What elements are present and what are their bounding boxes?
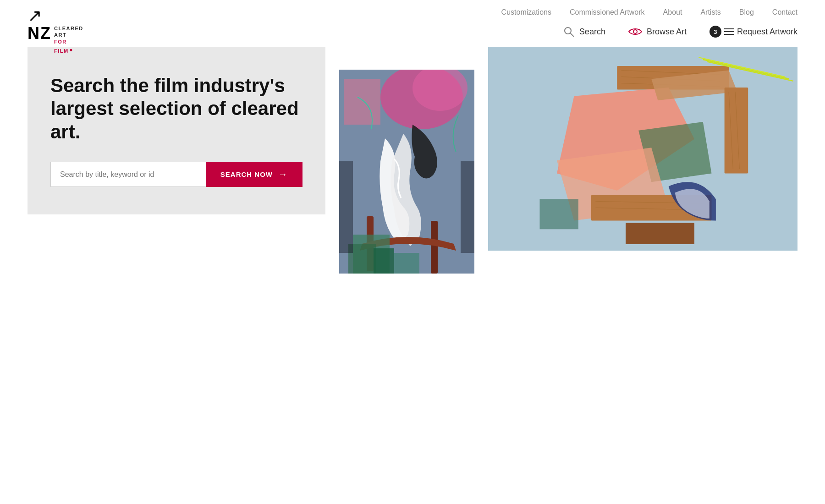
nav-artists[interactable]: Artists	[700, 8, 720, 16]
svg-rect-16	[394, 253, 419, 274]
svg-point-0	[565, 27, 571, 34]
svg-rect-14	[344, 79, 380, 125]
search-label: Search	[579, 27, 605, 37]
svg-rect-30	[725, 88, 748, 174]
svg-point-2	[633, 30, 637, 33]
logo-nz: NZ	[28, 25, 51, 42]
top-nav: Customizations Commissioned Artwork Abou…	[28, 0, 798, 21]
request-artwork-nav-item[interactable]: 3 Request Artwork	[710, 26, 798, 38]
nav-contact[interactable]: Contact	[772, 8, 798, 16]
painting-canvas	[339, 70, 474, 274]
svg-line-1	[570, 33, 574, 37]
nav-customizations[interactable]: Customizations	[501, 8, 551, 16]
list-icon	[724, 27, 734, 36]
svg-rect-39	[626, 223, 694, 244]
request-artwork-label: Request Artwork	[737, 27, 798, 37]
search-input[interactable]	[50, 162, 206, 187]
svg-rect-17	[339, 161, 353, 253]
search-icon	[563, 26, 575, 38]
search-now-button[interactable]: SEARCH NOW →	[206, 162, 302, 187]
artwork-section	[339, 47, 798, 274]
hero-heading: Search the film industry's largest selec…	[50, 74, 302, 143]
svg-rect-38	[540, 199, 578, 230]
svg-rect-15	[374, 248, 394, 274]
search-nav-item[interactable]: Search	[563, 26, 605, 38]
browse-art-label: Browse Art	[647, 27, 687, 37]
logo-arrow: ↗	[28, 7, 87, 24]
artwork-geometric[interactable]	[488, 47, 798, 251]
nav-about[interactable]: About	[663, 8, 682, 16]
arrow-right-icon: →	[278, 169, 288, 180]
svg-rect-11	[431, 221, 438, 274]
logo[interactable]: ↗ NZ CLEARED ART FOR FILM•	[28, 7, 87, 55]
artwork-painting[interactable]	[339, 70, 474, 274]
svg-rect-18	[461, 161, 474, 253]
bottom-nav: Search Browse Art 3 Request Artwork	[28, 21, 798, 47]
geometric-canvas	[488, 47, 798, 251]
cart-count-badge: 3	[710, 26, 721, 38]
logo-tagline: CLEARED ART FOR FILM•	[54, 25, 83, 55]
hero-section: Search the film industry's largest selec…	[28, 47, 325, 214]
nav-commissioned-artwork[interactable]: Commissioned Artwork	[570, 8, 645, 16]
eye-icon	[628, 27, 642, 36]
browse-art-nav-item[interactable]: Browse Art	[628, 27, 687, 37]
search-bar: SEARCH NOW →	[50, 162, 302, 187]
nav-blog[interactable]: Blog	[739, 8, 754, 16]
